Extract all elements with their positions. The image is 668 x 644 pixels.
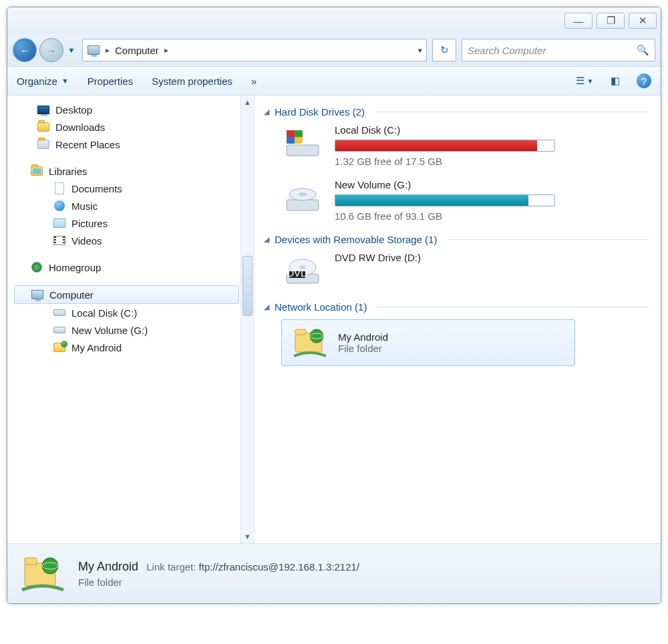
close-button[interactable]: ✕: [629, 13, 657, 29]
tree-videos[interactable]: Videos: [10, 232, 254, 249]
svg-point-7: [299, 192, 307, 196]
maximize-button[interactable]: ❐: [597, 13, 625, 29]
drive-name: DVD RW Drive (D:): [335, 252, 649, 263]
network-folder-icon: [53, 341, 66, 353]
refresh-button[interactable]: ↻: [432, 39, 456, 61]
divider: [448, 239, 649, 240]
divider: [375, 112, 649, 112]
tree-label: Computer: [49, 289, 94, 301]
back-arrow-icon: ←: [20, 45, 30, 56]
view-mode-button[interactable]: ☰ ▼: [575, 73, 594, 89]
tree-libraries[interactable]: Libraries: [10, 162, 254, 180]
tree-music[interactable]: Music: [10, 197, 254, 214]
tree-homegroup[interactable]: Homegroup: [10, 259, 254, 276]
properties-button[interactable]: Properties: [88, 75, 133, 87]
drive-info: New Volume (G:) 10.6 GB free of 93.1 GB: [335, 179, 649, 222]
preview-pane-button[interactable]: ◧: [606, 73, 625, 89]
nav-history-dropdown[interactable]: ▼: [66, 46, 77, 54]
tree-desktop[interactable]: Desktop: [10, 101, 254, 118]
network-location-type: File folder: [338, 343, 388, 354]
svg-rect-14: [295, 329, 306, 335]
capacity-fill: [335, 195, 528, 206]
search-box[interactable]: Search Computer 🔍: [462, 39, 655, 61]
desktop-icon: [37, 104, 50, 116]
tree-scrollbar[interactable]: ▲ ▼: [240, 96, 254, 543]
breadcrumb-sep-icon: ▸: [106, 45, 110, 55]
hdd-icon: [53, 324, 66, 336]
tree-label: Recent Places: [55, 139, 120, 150]
toolbar-overflow[interactable]: »: [251, 75, 257, 87]
tree-local-disk-c[interactable]: Local Disk (C:): [10, 304, 254, 321]
network-location-my-android[interactable]: My Android File folder: [281, 319, 575, 366]
help-button[interactable]: ?: [637, 73, 651, 88]
homegroup-icon: [30, 261, 43, 273]
svg-rect-4: [287, 137, 295, 144]
tree-recent-places[interactable]: Recent Places: [10, 136, 254, 153]
chevron-down-icon: ▼: [587, 77, 594, 85]
svg-rect-0: [287, 145, 319, 156]
close-icon: ✕: [639, 15, 647, 27]
scroll-down-icon[interactable]: ▼: [241, 530, 254, 543]
navigation-tree: Desktop Downloads Recent Places Librarie…: [7, 96, 255, 543]
tree-new-volume-g[interactable]: New Volume (G:): [10, 321, 254, 339]
details-name: My Android: [78, 560, 138, 573]
documents-icon: [53, 182, 66, 194]
group-network-location[interactable]: ◢ Network Location (1): [264, 301, 649, 313]
tree-my-android[interactable]: My Android: [10, 339, 254, 356]
address-bar[interactable]: ▸ Computer ▸ ▾: [82, 39, 427, 61]
dvd-drive-icon: DVD: [281, 252, 324, 289]
network-location-name: My Android: [338, 331, 388, 343]
capacity-fill: [335, 140, 537, 151]
explorer-window: — ❐ ✕ ← → ▼ ▸ Computer ▸ ▾ ↻ Search Comp…: [7, 7, 661, 604]
drive-new-volume-g[interactable]: New Volume (G:) 10.6 GB free of 93.1 GB: [281, 179, 649, 222]
minimize-icon: —: [574, 15, 584, 27]
details-type: File folder: [78, 577, 359, 588]
tree-label: New Volume (G:): [71, 325, 148, 336]
drive-local-disk-c[interactable]: Local Disk (C:) 1.32 GB free of 17.5 GB: [281, 124, 649, 167]
libraries-icon: [30, 165, 43, 177]
scroll-up-icon[interactable]: ▲: [241, 96, 254, 109]
drive-info: DVD RW Drive (D:): [335, 252, 649, 267]
divider: [377, 307, 649, 307]
tree-computer[interactable]: Computer: [14, 285, 239, 304]
tree-label: My Android: [71, 342, 122, 353]
tree-label: Documents: [71, 183, 122, 194]
svg-text:DVD: DVD: [287, 267, 308, 279]
system-properties-button[interactable]: System properties: [152, 75, 232, 87]
tree-label: Music: [71, 200, 98, 212]
collapse-icon: ◢: [264, 235, 269, 244]
svg-rect-5: [287, 200, 319, 210]
computer-icon: [87, 44, 100, 56]
tree-label: Desktop: [55, 104, 92, 116]
forward-button[interactable]: →: [39, 38, 63, 62]
group-label: Hard Disk Drives (2): [275, 106, 365, 118]
search-placeholder: Search Computer: [468, 45, 546, 56]
refresh-icon: ↻: [440, 44, 449, 56]
network-folder-icon: [19, 554, 66, 594]
drive-stat: 1.32 GB free of 17.5 GB: [335, 156, 649, 167]
scroll-thumb[interactable]: [242, 256, 253, 316]
folder-icon: [37, 121, 50, 133]
svg-rect-2: [287, 130, 295, 137]
details-link-value: ftp://zfranciscus@192.168.1.3:2121/: [199, 561, 359, 573]
tree-documents[interactable]: Documents: [10, 180, 254, 197]
recent-icon: [37, 138, 50, 150]
back-button[interactable]: ←: [13, 38, 37, 62]
view-list-icon: ☰: [576, 75, 584, 87]
address-dropdown[interactable]: ▾: [418, 46, 422, 55]
group-label: Network Location (1): [275, 301, 367, 313]
organize-menu[interactable]: Organize ▼: [17, 75, 69, 87]
tree-pictures[interactable]: Pictures: [10, 214, 254, 232]
hdd-icon: [281, 179, 324, 216]
maximize-icon: ❐: [607, 15, 615, 27]
group-hard-disk-drives[interactable]: ◢ Hard Disk Drives (2): [264, 106, 649, 118]
drive-dvd-rw-d[interactable]: DVD DVD RW Drive (D:): [281, 252, 649, 289]
tree-downloads[interactable]: Downloads: [10, 118, 254, 136]
group-removable-storage[interactable]: ◢ Devices with Removable Storage (1): [264, 234, 649, 245]
breadcrumb-computer[interactable]: Computer: [115, 45, 159, 56]
tree-label: Libraries: [49, 166, 88, 177]
music-icon: [53, 200, 66, 212]
minimize-button[interactable]: —: [564, 13, 593, 29]
preview-pane-icon: ◧: [611, 75, 620, 87]
collapse-icon: ◢: [264, 303, 269, 311]
